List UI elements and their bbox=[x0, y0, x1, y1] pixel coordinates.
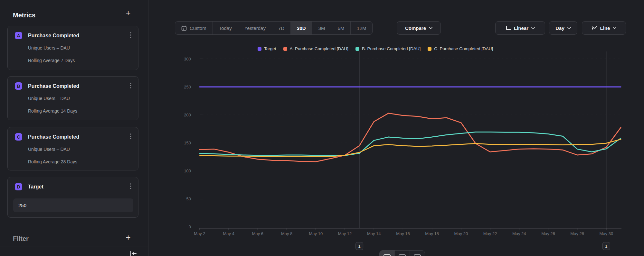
range-option-12m[interactable]: 12M bbox=[351, 22, 372, 34]
y-axis-label: 100 bbox=[184, 169, 191, 173]
x-axis-label: May 6 bbox=[252, 231, 263, 236]
y-axis-label: 0 bbox=[189, 224, 191, 229]
x-axis-label: May 12 bbox=[338, 231, 352, 236]
range-option-yesterday[interactable]: Yesterday bbox=[238, 22, 272, 34]
dashboard-page: Metrics + A Purchase Completed Unique Us… bbox=[0, 0, 644, 256]
target-value-input[interactable] bbox=[13, 198, 133, 212]
x-axis-label: May 28 bbox=[570, 231, 584, 236]
annotation-badge[interactable]: 1 bbox=[602, 242, 610, 250]
metric-measure: Unique Users – DAU bbox=[28, 96, 70, 101]
compare-button[interactable]: Compare bbox=[397, 21, 441, 35]
x-axis-label: May 30 bbox=[600, 231, 613, 236]
bar-style-icon bbox=[398, 254, 406, 256]
metric-measure: Unique Users – DAU bbox=[28, 147, 70, 152]
annotation-badge[interactable]: 1 bbox=[356, 242, 363, 250]
chevron-down-icon bbox=[531, 27, 535, 29]
chart-type-label: Line bbox=[600, 25, 610, 31]
annotation-badge-label: 1 bbox=[605, 244, 607, 249]
line-chart-icon bbox=[592, 25, 597, 31]
metric-badge-d: D bbox=[15, 183, 22, 190]
metric-badge-b: B bbox=[15, 82, 22, 90]
x-axis-label: May 18 bbox=[425, 231, 439, 236]
metric-card-c[interactable]: C Purchase Completed Unique Users – DAU … bbox=[7, 127, 138, 170]
kebab-menu-icon[interactable] bbox=[128, 183, 134, 190]
x-axis-label: May 20 bbox=[454, 231, 468, 236]
range-option-label: Custom bbox=[190, 25, 206, 31]
metric-title: Purchase Completed bbox=[28, 134, 79, 140]
chart-style-switcher bbox=[379, 250, 425, 256]
range-option-label: Yesterday bbox=[244, 25, 266, 31]
y-axis-label: 200 bbox=[184, 113, 191, 117]
interval-button[interactable]: Day bbox=[549, 21, 577, 35]
y-axis-label: 150 bbox=[184, 141, 191, 145]
date-range-group: CustomTodayYesterday7D30D3M6M12M bbox=[175, 21, 373, 35]
metric-transform: Rolling Average 7 Days bbox=[28, 58, 75, 63]
x-axis-label: May 2 bbox=[194, 231, 205, 236]
chart-type-button[interactable]: Line bbox=[582, 21, 626, 35]
metric-title: Target bbox=[28, 184, 43, 190]
kebab-menu-icon[interactable] bbox=[128, 133, 134, 140]
filter-header: Filter bbox=[13, 235, 29, 242]
add-filter-button[interactable]: + bbox=[124, 233, 133, 242]
chart-style-table-segment[interactable] bbox=[410, 251, 425, 256]
range-option-3m[interactable]: 3M bbox=[312, 22, 332, 34]
chevron-down-icon bbox=[567, 27, 571, 29]
metric-transform: Rolling Average 14 Days bbox=[28, 108, 77, 114]
line-chart: 050100150200250300May 2May 4May 6May 8Ma… bbox=[174, 42, 628, 256]
metric-title: Purchase Completed bbox=[28, 83, 79, 89]
chevron-down-icon bbox=[613, 27, 616, 29]
metric-title: Purchase Completed bbox=[28, 33, 79, 39]
metrics-header: Metrics bbox=[13, 12, 35, 19]
metric-badge-a: A bbox=[15, 32, 22, 39]
calendar-icon bbox=[181, 25, 187, 31]
line-style-icon bbox=[383, 254, 391, 256]
interval-label: Day bbox=[555, 25, 564, 31]
y-axis-label: 300 bbox=[184, 57, 191, 61]
series-line[interactable] bbox=[200, 132, 621, 155]
x-axis-label: May 8 bbox=[281, 231, 292, 236]
range-option-label: Today bbox=[219, 25, 232, 31]
kebab-menu-icon[interactable] bbox=[128, 32, 134, 39]
annotation-badge-label: 1 bbox=[358, 244, 361, 249]
x-axis-label: May 16 bbox=[396, 231, 410, 236]
range-option-6m[interactable]: 6M bbox=[331, 22, 351, 34]
y-axis-label: 50 bbox=[186, 197, 191, 201]
range-option-label: 7D bbox=[278, 25, 284, 31]
x-axis-label: May 24 bbox=[512, 231, 526, 236]
series-line[interactable] bbox=[200, 113, 621, 162]
x-axis-label: May 26 bbox=[541, 231, 555, 236]
scale-label: Linear bbox=[514, 25, 528, 31]
add-metric-button[interactable]: + bbox=[124, 8, 133, 17]
sidebar-divider bbox=[0, 246, 148, 246]
range-option-custom[interactable]: Custom bbox=[175, 22, 213, 34]
metric-measure: Unique Users – DAU bbox=[28, 45, 70, 50]
range-option-label: 30D bbox=[297, 25, 306, 31]
range-option-7d[interactable]: 7D bbox=[272, 22, 291, 34]
chart-style-line-segment[interactable] bbox=[380, 251, 395, 256]
chevron-down-icon bbox=[429, 27, 432, 29]
collapse-sidebar-icon[interactable] bbox=[129, 251, 138, 256]
kebab-menu-icon[interactable] bbox=[128, 82, 134, 89]
scale-button[interactable]: Linear bbox=[495, 21, 545, 35]
range-option-today[interactable]: Today bbox=[213, 22, 238, 34]
linear-scale-icon bbox=[506, 25, 511, 31]
metric-card-a[interactable]: A Purchase Completed Unique Users – DAU … bbox=[7, 26, 138, 70]
y-axis-label: 250 bbox=[184, 85, 191, 89]
x-axis-label: May 22 bbox=[483, 231, 497, 236]
range-option-label: 12M bbox=[357, 25, 366, 31]
range-option-label: 3M bbox=[318, 25, 325, 31]
x-axis-label: May 10 bbox=[309, 231, 323, 236]
compare-label: Compare bbox=[405, 25, 426, 31]
metric-card-b[interactable]: B Purchase Completed Unique Users – DAU … bbox=[7, 76, 138, 120]
table-style-icon bbox=[413, 254, 421, 256]
series-line[interactable] bbox=[200, 139, 621, 157]
x-axis-label: May 4 bbox=[223, 231, 234, 236]
range-option-30d[interactable]: 30D bbox=[291, 22, 312, 34]
metric-badge-c: C bbox=[15, 133, 22, 141]
metric-transform: Rolling Average 28 Days bbox=[28, 159, 77, 164]
metric-card-target[interactable]: D Target bbox=[7, 177, 138, 218]
x-axis-label: May 14 bbox=[367, 231, 381, 236]
chart-style-bar-segment[interactable] bbox=[395, 251, 410, 256]
sidebar: Metrics + A Purchase Completed Unique Us… bbox=[0, 0, 148, 256]
range-option-label: 6M bbox=[337, 25, 344, 31]
